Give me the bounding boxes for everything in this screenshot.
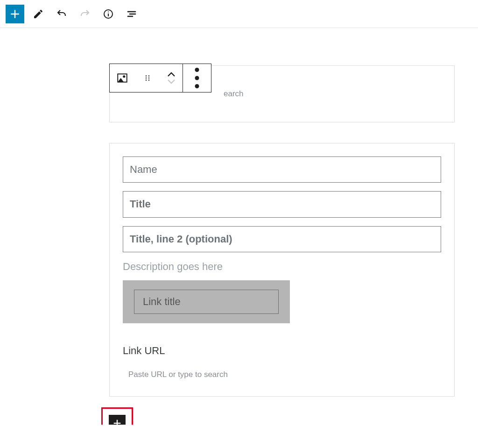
move-up-button[interactable] <box>167 71 176 78</box>
editor-canvas: earch Name Title Title, line 2 (optional… <box>109 65 455 397</box>
svg-point-15 <box>148 79 149 80</box>
drag-handle[interactable] <box>135 64 160 92</box>
upper-url-hint: earch <box>224 89 244 99</box>
svg-point-17 <box>195 76 199 80</box>
svg-point-14 <box>146 79 147 80</box>
svg-point-10 <box>146 75 147 76</box>
svg-point-9 <box>123 75 125 78</box>
link-title-input[interactable]: Link title <box>134 290 279 314</box>
annotation-highlight <box>101 407 133 425</box>
profile-block[interactable]: Name Title Title, line 2 (optional) Desc… <box>109 143 455 397</box>
svg-point-18 <box>195 84 199 88</box>
details-button[interactable] <box>99 5 118 23</box>
svg-point-4 <box>108 11 109 12</box>
title-input[interactable]: Title <box>123 191 441 217</box>
block-toolbar <box>109 64 211 92</box>
link-url-label: Link URL <box>123 345 441 357</box>
name-input[interactable]: Name <box>123 156 441 183</box>
outline-button[interactable] <box>122 5 141 23</box>
description-input[interactable]: Description goes here <box>123 261 441 273</box>
block-more-button[interactable] <box>183 64 211 92</box>
svg-point-11 <box>148 75 149 76</box>
tools-button[interactable] <box>29 5 48 23</box>
link-url-input[interactable]: Paste URL or type to search <box>123 370 441 379</box>
svg-point-16 <box>195 68 199 72</box>
move-down-button[interactable] <box>167 78 176 85</box>
add-block-button[interactable] <box>109 415 126 425</box>
redo-button[interactable] <box>76 5 94 23</box>
title2-input[interactable]: Title, line 2 (optional) <box>123 226 441 252</box>
svg-point-12 <box>146 78 147 78</box>
undo-button[interactable] <box>52 5 71 23</box>
link-title-container: Link title <box>123 280 290 323</box>
editor-top-toolbar <box>0 0 478 28</box>
insert-block-button[interactable] <box>6 5 24 23</box>
svg-point-13 <box>148 78 149 78</box>
block-type-button[interactable] <box>110 64 135 92</box>
